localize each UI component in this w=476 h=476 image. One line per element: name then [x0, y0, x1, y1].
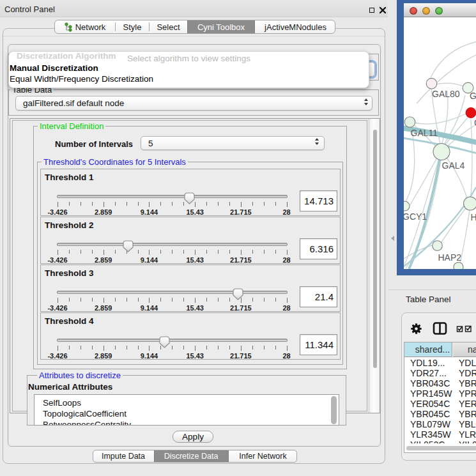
svg-text:H: H	[471, 212, 476, 222]
svg-text:GA: GA	[470, 91, 476, 101]
svg-text:GCY1: GCY1	[404, 211, 427, 222]
svg-text:GAL4: GAL4	[442, 160, 465, 171]
svg-text:GAL80: GAL80	[432, 89, 460, 99]
svg-text:GAL11: GAL11	[411, 128, 438, 138]
svg-text:HAP2: HAP2	[438, 252, 462, 263]
